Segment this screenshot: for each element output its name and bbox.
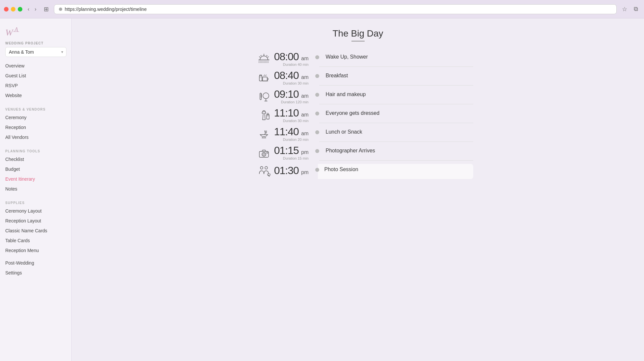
timeline-left-5: 01:15 pm Duration 15 min: [243, 145, 315, 160]
timeline-item-5: 01:15 pm Duration 15 min Photographer Ar…: [243, 145, 473, 161]
primary-nav-section: Overview Guest List RSVP Website: [0, 61, 71, 103]
sidebar-item-checklist[interactable]: Checklist: [0, 154, 71, 164]
svg-point-12: [263, 153, 265, 155]
breakfast-icon: [257, 71, 271, 85]
timeline-item-6: 01:30 pm Photo Session: [243, 164, 473, 179]
main-content: The Big Day: [72, 18, 644, 361]
security-icon: [59, 8, 62, 11]
app-logo: W A: [5, 25, 25, 38]
time-block-2: 09:10 am Duration 120 min: [274, 89, 309, 104]
venues-section-label: VENUES & VENDORS: [0, 103, 71, 113]
camera-icon: [257, 146, 271, 160]
sidebar-item-classic-name-cards[interactable]: Classic Name Cards: [0, 226, 71, 236]
sidebar-item-guest-list[interactable]: Guest List: [0, 71, 71, 81]
sidebar-item-ceremony[interactable]: Ceremony: [0, 113, 71, 122]
timeline-left-2: 09:10 am Duration 120 min: [243, 89, 315, 104]
timeline-dot-0: [315, 55, 319, 59]
minimize-button[interactable]: [11, 7, 15, 12]
sidebar-item-budget[interactable]: Budget: [0, 164, 71, 174]
maximize-button[interactable]: [18, 7, 22, 12]
timeline-right-0: Wake Up, Shower: [319, 51, 473, 67]
svg-rect-3: [263, 77, 267, 81]
svg-point-13: [267, 152, 268, 153]
svg-rect-8: [267, 115, 269, 119]
duration-5: Duration 15 min: [274, 156, 309, 160]
timeline-item-0: 08:00 am Duration 40 min Wake Up, Shower: [243, 51, 473, 67]
sunrise-icon: [257, 52, 271, 66]
project-selector-wrapper: Anna & Tom: [5, 47, 66, 57]
timeline-dot-5: [315, 149, 319, 153]
event-name-2: Hair and makeup: [326, 89, 473, 97]
supplies-nav-section: SUPPLIES Ceremony Layout Reception Layou…: [0, 196, 71, 258]
bottom-nav-section: Post-Wedding Settings: [0, 258, 71, 280]
sidebar: W A WEDDING PROJECT Anna & Tom Overview …: [0, 18, 72, 361]
sidebar-item-table-cards[interactable]: Table Cards: [0, 236, 71, 245]
makeup-icon: [257, 90, 271, 103]
close-button[interactable]: [4, 7, 9, 12]
duration-2: Duration 120 min: [274, 100, 309, 104]
svg-point-6: [263, 93, 269, 99]
food-icon: [257, 127, 271, 141]
back-button[interactable]: ‹: [26, 6, 31, 13]
duration-0: Duration 40 min: [274, 63, 309, 66]
url-bar[interactable]: https://planning.wedding/project/timelin…: [54, 4, 617, 14]
time-display-1: 08:40 am: [274, 70, 309, 81]
event-name-4: Lunch or Snack: [326, 126, 473, 135]
dress-icon: [257, 108, 271, 122]
event-name-1: Breakfast: [326, 70, 473, 79]
title-underline: [351, 41, 365, 41]
timeline-left-6: 01:30 pm: [243, 164, 315, 178]
planning-nav-section: PLANNING TOOLS Checklist Budget Event It…: [0, 145, 71, 196]
time-block-4: 11:40 am Duration 20 min: [274, 126, 309, 142]
sidebar-item-notes[interactable]: Notes: [0, 184, 71, 194]
sidebar-toggle-button[interactable]: ⊞: [42, 5, 51, 13]
event-name-6: Photo Session: [324, 167, 467, 172]
url-text: https://planning.wedding/project/timelin…: [65, 7, 147, 12]
svg-point-15: [265, 167, 268, 169]
svg-text:W: W: [5, 27, 14, 38]
time-block-6: 01:30 pm: [274, 165, 309, 176]
venues-nav-section: VENUES & VENDORS Ceremony Reception All …: [0, 103, 71, 145]
nav-buttons: ‹ ›: [26, 6, 39, 13]
timeline: 08:00 am Duration 40 min Wake Up, Shower: [243, 51, 473, 179]
sidebar-item-website[interactable]: Website: [0, 90, 71, 100]
timeline-item-1: 08:40 am Duration 30 min Breakfast: [243, 70, 473, 86]
timeline-right-5: Photographer Arrives: [319, 145, 473, 161]
sidebar-item-overview[interactable]: Overview: [0, 61, 71, 71]
sidebar-item-reception[interactable]: Reception: [0, 122, 71, 132]
time-display-0: 08:00 am: [274, 51, 309, 62]
time-block-5: 01:15 pm Duration 15 min: [274, 145, 309, 160]
svg-rect-4: [259, 76, 262, 81]
time-display-6: 01:30 pm: [274, 165, 309, 176]
bookmark-button[interactable]: ☆: [620, 5, 629, 13]
sidebar-item-rsvp[interactable]: RSVP: [0, 81, 71, 90]
svg-point-14: [260, 167, 263, 169]
sidebar-item-reception-layout[interactable]: Reception Layout: [0, 216, 71, 226]
time-block-1: 08:40 am Duration 30 min: [274, 70, 309, 85]
sidebar-item-post-wedding[interactable]: Post-Wedding: [0, 258, 71, 268]
timeline-right-2: Hair and makeup: [319, 89, 473, 104]
timeline-dot-2: [315, 93, 319, 97]
timeline-item-2: 09:10 am Duration 120 min Hair and makeu…: [243, 89, 473, 104]
app-container: W A WEDDING PROJECT Anna & Tom Overview …: [0, 18, 644, 361]
timeline-right-4: Lunch or Snack: [319, 126, 473, 142]
sidebar-item-all-vendors[interactable]: All Vendors: [0, 132, 71, 142]
time-block-0: 08:00 am Duration 40 min: [274, 51, 309, 66]
split-view-button[interactable]: ⧉: [632, 5, 640, 13]
sidebar-item-ceremony-layout[interactable]: Ceremony Layout: [0, 206, 71, 216]
duration-3: Duration 30 min: [274, 119, 309, 123]
browser-actions: ☆ ⧉: [620, 5, 640, 13]
browser-chrome: ‹ › ⊞ https://planning.wedding/project/t…: [0, 0, 644, 18]
sidebar-item-event-itinerary[interactable]: Event Itinerary: [0, 174, 71, 184]
time-display-5: 01:15 pm: [274, 145, 309, 156]
page-title: The Big Day: [91, 28, 624, 39]
svg-text:A: A: [14, 26, 18, 33]
timeline-dot-3: [315, 112, 319, 116]
event-name-0: Wake Up, Shower: [326, 51, 473, 60]
sidebar-item-settings[interactable]: Settings: [0, 268, 71, 278]
project-selector[interactable]: Anna & Tom: [5, 47, 66, 57]
forward-button[interactable]: ›: [33, 6, 38, 13]
timeline-left-4: 11:40 am Duration 20 min: [243, 126, 315, 142]
sidebar-item-reception-menu[interactable]: Reception Menu: [0, 245, 71, 255]
event-name-5: Photographer Arrives: [326, 145, 473, 154]
